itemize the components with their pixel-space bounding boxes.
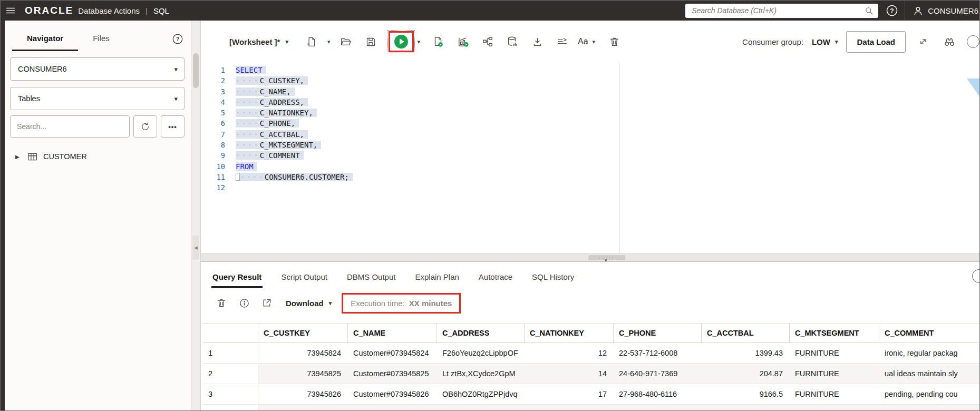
tab-autotrace[interactable]: Autotrace — [479, 272, 512, 288]
tab-sql-history[interactable]: SQL History — [532, 272, 574, 288]
chevron-down-icon[interactable]: ▾ — [327, 38, 331, 45]
cell-acctbal: 1399.43 — [702, 343, 790, 363]
cell-address: Lt ztBx,XCydce2GpM — [437, 364, 525, 384]
editor-line[interactable]: 5 ····C_NATIONKEY, — [201, 107, 979, 118]
cell-nationkey: 12 — [525, 343, 614, 363]
data-load-button[interactable]: Data Load — [846, 31, 906, 53]
object-search-input[interactable] — [11, 122, 129, 131]
run-button-highlight — [389, 31, 414, 52]
sidebar-scrollbar[interactable]: ◀ — [191, 21, 201, 410]
run-statement-button[interactable] — [394, 35, 408, 48]
editor-line[interactable]: 10 FROM — [201, 161, 979, 172]
download-editor-button[interactable] — [528, 33, 546, 51]
table-row[interactable]: 3 73945826 Customer#073945826 OB6hOZ0Rtg… — [203, 384, 979, 405]
cell-mktsegment: FURNITURE — [790, 364, 879, 384]
sidebar-help-icon[interactable]: ? — [172, 33, 183, 45]
autotrace-chart-button[interactable] — [454, 33, 472, 51]
hamburger-menu-icon[interactable] — [1, 1, 21, 21]
consumer-group-select[interactable]: LOW ▾ — [812, 37, 838, 46]
open-file-button[interactable] — [337, 33, 355, 51]
database-search-input[interactable] — [685, 4, 878, 18]
sql-editor[interactable]: 1 SELECT 2 ····C_CUSTKEY, 3 ····C_NAME, … — [201, 65, 979, 253]
open-in-new-button[interactable] — [259, 294, 275, 312]
refresh-button[interactable] — [133, 115, 157, 138]
clipped-edge-icon[interactable] — [972, 269, 980, 283]
run-group: ▾ — [389, 31, 420, 52]
editor-line[interactable]: 6 ····C_PHONE, — [201, 118, 979, 129]
tab-script-output[interactable]: Script Output — [281, 272, 327, 288]
cell-comment: ual ideas maintain sly — [879, 364, 979, 384]
line-number: 9 — [201, 150, 236, 161]
chevron-down-icon: ▾ — [174, 95, 178, 103]
svg-text:?: ? — [890, 7, 894, 15]
editor-line[interactable]: 11 ····CONSUMER6.CUSTOMER; — [201, 172, 979, 182]
tab-navigator[interactable]: Navigator — [12, 34, 78, 51]
header-c-mktsegment[interactable]: C_MKTSEGMENT — [790, 324, 879, 342]
editor-line[interactable]: 9 ····C_COMMENT — [201, 150, 979, 161]
editor-line[interactable]: 7 ····C_ACCTBAL, — [201, 129, 979, 140]
worksheet-name: [Worksheet ]* — [229, 37, 280, 46]
line-number: 2 — [201, 75, 236, 86]
editor-line[interactable]: 8 ····C_MKTSEGMENT, — [201, 140, 979, 150]
more-actions-button[interactable]: ••• — [161, 115, 185, 138]
cell-custkey: 73945826 — [258, 384, 348, 404]
cell-phone: 24-640-971-7369 — [614, 364, 702, 384]
line-number: 6 — [201, 118, 236, 129]
editor-results-splitter[interactable]: ····· ▾ — [201, 253, 979, 262]
find-button[interactable] — [940, 33, 958, 51]
expand-button[interactable] — [914, 33, 932, 51]
editor-line[interactable]: 2 ····C_CUSTKEY, — [201, 75, 979, 86]
header-c-custkey[interactable]: C_CUSTKEY — [258, 324, 348, 342]
schema-select[interactable]: CONSUMER6 ▾ — [10, 57, 185, 81]
user-menu[interactable]: CONSUMER6 — [913, 5, 979, 16]
cell-nationkey: 14 — [525, 364, 614, 384]
table-row[interactable]: 4 73945827 Customer#073945827 bP Dm1Z,sj… — [203, 405, 979, 410]
caret-right-icon[interactable]: ▶ — [15, 154, 22, 160]
explain-plan-button[interactable] — [479, 33, 497, 51]
tab-dbms-output[interactable]: DBMS Output — [347, 272, 396, 288]
editor-line[interactable]: 4 ····C_ADDRESS, — [201, 97, 979, 107]
cell-phone: 22-537-712-6008 — [614, 343, 702, 363]
tab-explain-plan[interactable]: Explain Plan — [415, 272, 459, 288]
save-button[interactable] — [362, 33, 380, 51]
header-c-name[interactable]: C_NAME — [348, 324, 437, 342]
editor-line[interactable]: 1 SELECT — [201, 65, 979, 75]
row-number: 4 — [203, 405, 258, 410]
tree-item-customer[interactable]: ▶ CUSTOMER — [15, 149, 191, 164]
clipped-edge-icon[interactable] — [967, 35, 979, 48]
table-row[interactable]: 1 73945824 Customer#073945824 F26oYeuzq2… — [203, 343, 979, 364]
tab-query-result[interactable]: Query Result — [212, 272, 261, 288]
format-button[interactable] — [553, 33, 571, 51]
sql-tuning-button[interactable] — [503, 33, 521, 51]
chevron-down-icon[interactable]: ▾ — [417, 38, 420, 45]
header-c-nationkey[interactable]: C_NATIONKEY — [525, 324, 614, 342]
run-script-button[interactable] — [429, 33, 447, 51]
worksheet-toolbar: [Worksheet ]* ▾ * ▾ — [201, 21, 979, 63]
save-icon — [365, 36, 376, 47]
object-search — [10, 115, 130, 138]
clear-results-button[interactable] — [214, 294, 229, 312]
search-icon[interactable] — [864, 6, 874, 16]
scroll-corner-indicator[interactable] — [967, 79, 979, 96]
result-info-button[interactable] — [236, 294, 252, 312]
tab-files[interactable]: Files — [78, 34, 124, 51]
worksheet-selector[interactable]: [Worksheet ]* ▾ — [229, 37, 288, 46]
new-worksheet-button[interactable]: * — [303, 33, 321, 51]
font-size-control[interactable]: Aa ▾ — [578, 37, 595, 46]
header-c-address[interactable]: C_ADDRESS — [437, 324, 525, 342]
chevron-down-icon: ▾ — [835, 38, 838, 45]
clear-editor-button[interactable] — [605, 33, 623, 51]
scrollbar-thumb[interactable] — [193, 53, 199, 88]
title-separator: | — [144, 6, 149, 15]
object-type-select[interactable]: Tables ▾ — [10, 87, 185, 110]
download-results-button[interactable]: Download ▾ — [286, 299, 332, 308]
help-icon[interactable]: ? — [886, 4, 898, 17]
sidebar-collapse-handle[interactable]: ◀ — [192, 236, 199, 260]
header-c-comment[interactable]: C_COMMENT — [879, 324, 979, 342]
topbar-right: ? CONSUMER6 — [685, 1, 979, 21]
editor-line[interactable]: 3 ····C_NAME, — [201, 86, 979, 97]
table-row[interactable]: 2 73945825 Customer#073945825 Lt ztBx,XC… — [203, 364, 979, 384]
editor-line[interactable]: 12 — [201, 182, 979, 193]
header-c-acctbal[interactable]: C_ACCTBAL — [702, 324, 790, 342]
header-c-phone[interactable]: C_PHONE — [614, 324, 702, 342]
